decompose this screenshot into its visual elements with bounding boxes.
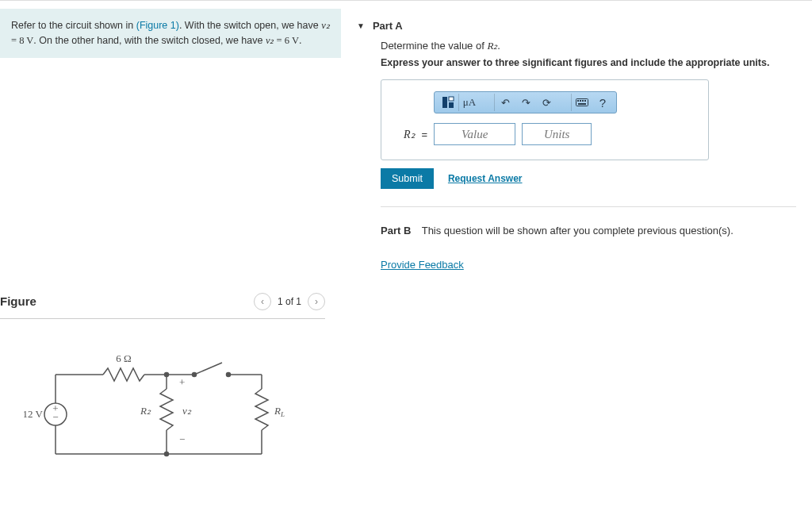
- svg-rect-26: [577, 100, 579, 102]
- part-b-text: This question will be shown after you co…: [422, 225, 733, 237]
- part-b-label: Part B: [381, 225, 411, 237]
- v2-symbol-1: v₂: [321, 20, 330, 31]
- svg-text:+: +: [179, 376, 185, 388]
- figure-next-button[interactable]: ›: [308, 293, 325, 310]
- svg-rect-27: [580, 100, 581, 102]
- part-a-var: R₂: [487, 40, 497, 52]
- reset-icon[interactable]: ⟳: [536, 94, 557, 111]
- circuit-rl-sub: L: [280, 410, 285, 418]
- circuit-r2-label: R₂: [140, 405, 151, 417]
- help-icon[interactable]: ?: [592, 94, 613, 111]
- circuit-rl-label: R: [274, 405, 281, 417]
- units-icon[interactable]: μA: [458, 94, 480, 111]
- part-a-header: Part A: [373, 20, 403, 32]
- figure-title: Figure: [0, 294, 36, 308]
- svg-rect-22: [442, 97, 447, 108]
- circuit-diagram: + − 12 V 6 Ω R₂ + v₂ − RL: [0, 319, 325, 480]
- redo-icon[interactable]: ↷: [515, 94, 536, 111]
- svg-text:−: −: [179, 433, 185, 445]
- svg-text:−: −: [52, 411, 58, 423]
- answer-toolbar: μA ↶ ↷ ⟳ ?: [434, 91, 617, 113]
- svg-rect-23: [449, 97, 454, 101]
- circuit-source-voltage: 12 V: [24, 408, 44, 420]
- divider: [381, 206, 796, 207]
- svg-line-11: [194, 363, 222, 375]
- v2-closed: = 6 V: [277, 35, 299, 46]
- answer-box: μA ↶ ↷ ⟳ ? R₂ = Value: [381, 79, 709, 160]
- units-input[interactable]: Units: [522, 123, 592, 145]
- problem-statement: Refer to the circuit shown in (Figure 1)…: [0, 9, 341, 58]
- submit-button[interactable]: Submit: [381, 168, 434, 189]
- v2-symbol-2: v₂: [266, 35, 274, 46]
- part-a-instruction: Express your answer to three significant…: [381, 57, 796, 68]
- figure-prev-button[interactable]: ‹: [254, 293, 271, 310]
- value-input[interactable]: Value: [434, 123, 515, 145]
- keyboard-icon[interactable]: [571, 94, 592, 111]
- answer-eq: =: [422, 129, 428, 140]
- svg-rect-24: [449, 102, 454, 108]
- template-icon[interactable]: [438, 94, 458, 111]
- request-answer-link[interactable]: Request Answer: [448, 173, 523, 184]
- problem-text-end: .: [299, 35, 301, 46]
- svg-rect-25: [576, 99, 588, 106]
- circuit-v2-label: v₂: [182, 405, 192, 417]
- figure-link[interactable]: (Figure 1): [136, 20, 179, 31]
- svg-rect-28: [582, 100, 584, 102]
- part-a-collapse-icon[interactable]: ▼: [357, 21, 365, 30]
- undo-icon[interactable]: ↶: [494, 94, 515, 111]
- svg-rect-30: [578, 103, 586, 105]
- part-a-prompt: Determine the value of: [381, 40, 487, 52]
- problem-text-1: Refer to the circuit shown in: [11, 20, 136, 31]
- problem-text-2: . With the switch open, we have: [179, 20, 321, 31]
- circuit-r-top: 6 Ω: [116, 352, 131, 364]
- svg-text:RL: RL: [274, 405, 285, 418]
- answer-varname: R₂: [404, 128, 416, 141]
- figure-pager-text: 1 of 1: [278, 296, 301, 307]
- provide-feedback-link[interactable]: Provide Feedback: [381, 259, 464, 271]
- problem-text-3: . On the other hand, with the switch clo…: [33, 35, 266, 46]
- v2-open: = 8 V: [11, 35, 33, 46]
- svg-rect-29: [584, 100, 586, 102]
